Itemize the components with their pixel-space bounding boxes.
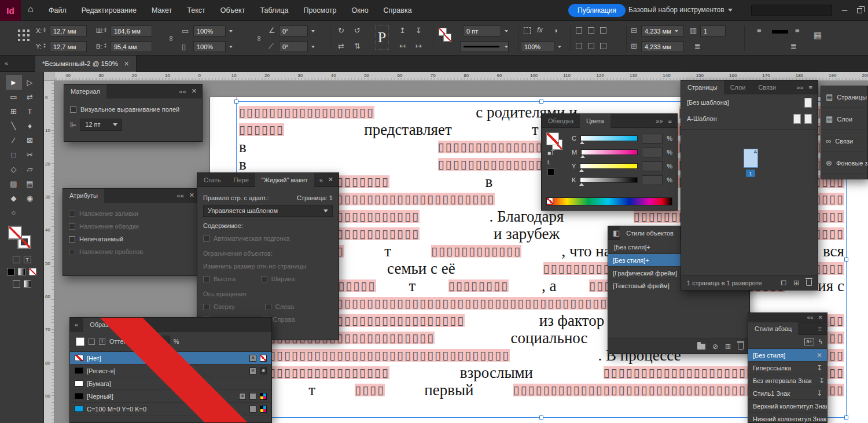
x-field[interactable] <box>50 25 87 36</box>
shear-dropdown-icon[interactable] <box>311 46 315 48</box>
hand-tool-icon[interactable]: ◉ <box>22 191 38 205</box>
dock-layers-button[interactable]: ▦Слои <box>821 108 867 130</box>
transparency-icon[interactable]: ◑ <box>553 27 558 34</box>
last-color-swatch[interactable] <box>547 168 554 175</box>
eyedropper-tool-icon[interactable]: ◆ <box>6 191 22 205</box>
page-1-thumbnail[interactable]: А <box>744 149 758 168</box>
apply-color-icon[interactable] <box>7 268 14 275</box>
collapse-panel-icon[interactable]: «« <box>177 192 184 199</box>
channel-slider[interactable] <box>580 177 638 183</box>
stroke-color-proxy[interactable] <box>443 34 451 42</box>
tab-pages[interactable]: Страницы <box>681 80 724 94</box>
tab-color[interactable]: Цвета <box>580 114 610 128</box>
align-bottom-icon[interactable] <box>600 43 606 49</box>
pencil-tool-icon[interactable]: ∕ <box>6 133 22 148</box>
wrap-none-icon[interactable] <box>576 27 582 34</box>
collapse-panel-icon[interactable]: «« <box>807 314 813 321</box>
formatting-text-icon[interactable]: ■T <box>547 150 554 156</box>
paragraph-style-row[interactable]: Стиль1 Знак↧ <box>748 387 827 400</box>
liquid-rule-dropdown[interactable]: Управляется шаблоном <box>203 205 333 217</box>
download-style-icon[interactable]: ↧ <box>819 377 825 385</box>
channel-slider[interactable] <box>581 149 638 155</box>
select-container-icon[interactable]: ↥ <box>399 27 406 34</box>
menu-item[interactable]: Просмотр <box>303 6 336 14</box>
master-none-label[interactable]: [Без шаблона] <box>687 99 729 106</box>
dock-background-tasks-button[interactable]: ⊛Фоновые задачи <box>821 152 867 174</box>
frame-handle[interactable] <box>539 100 543 104</box>
close-panel-icon[interactable]: ✕ <box>192 87 197 95</box>
preview-mode-icon[interactable] <box>24 280 31 288</box>
frame-handle[interactable] <box>844 415 848 420</box>
align-top-icon[interactable] <box>576 43 582 49</box>
collapse-panel-icon[interactable]: «« <box>179 88 186 95</box>
master-a-label[interactable]: А-Шаблон <box>687 115 717 122</box>
channel-value-field[interactable] <box>642 134 663 144</box>
line-tool-icon[interactable]: ╲ <box>6 119 22 133</box>
stroke-type-dropdown-icon[interactable] <box>505 46 508 48</box>
height-stepper[interactable]: ▲▼ <box>103 43 108 49</box>
constrain-dimensions-chain-icon[interactable]: ∞ <box>168 36 175 41</box>
apply-gradient-icon[interactable] <box>18 268 25 275</box>
channel-slider[interactable] <box>580 163 638 169</box>
selection-tool-icon[interactable]: ► <box>6 75 22 90</box>
scale-y-dropdown-icon[interactable] <box>229 46 233 48</box>
restore-window-icon[interactable] <box>857 8 862 13</box>
scale-y-field[interactable] <box>193 41 226 52</box>
menu-item[interactable]: Таблица <box>260 6 288 14</box>
shear-field[interactable] <box>279 41 308 52</box>
rotate-cw-icon[interactable]: ↻ <box>338 27 344 34</box>
pin-left-checkbox[interactable] <box>265 304 271 310</box>
align-center-icon[interactable] <box>588 43 594 49</box>
select-previous-icon[interactable]: ↤ <box>399 42 406 50</box>
attribute-checkbox[interactable] <box>69 236 75 242</box>
tab-story[interactable]: Материал <box>64 84 106 98</box>
numbered-list-icon[interactable]: ≡ <box>795 27 800 34</box>
frame-handle[interactable] <box>234 100 238 104</box>
paragraph-style-row[interactable]: Гиперссылка↧ <box>748 362 827 374</box>
expand-panel-icon[interactable]: »» <box>656 117 663 124</box>
delete-style-icon[interactable] <box>738 343 744 350</box>
select-content-icon[interactable]: ↧ <box>415 27 422 34</box>
rectangle-tool-icon[interactable]: □ <box>6 148 22 162</box>
quick-apply-icon[interactable]: ϟ <box>819 338 822 346</box>
vertical-ruler[interactable]: 0102030405060708090 <box>44 81 54 423</box>
width-checkbox[interactable] <box>261 276 267 282</box>
clear-overrides-icon[interactable]: ⊘ <box>712 343 718 351</box>
ruler-origin-box[interactable] <box>44 72 54 81</box>
y-stepper[interactable]: ▲▼ <box>42 43 47 49</box>
width-stepper[interactable]: ▲▼ <box>103 27 108 33</box>
close-panel-icon[interactable]: ✕ <box>189 192 194 199</box>
opacity-field[interactable] <box>521 41 554 52</box>
new-style-group-icon[interactable] <box>697 344 705 350</box>
text-color-icon[interactable]: t. <box>547 159 551 165</box>
tab-articles[interactable]: Стать <box>197 173 227 187</box>
gradient-feather-tool-icon[interactable]: ▨ <box>6 176 22 191</box>
new-style-shortcut-icon[interactable]: a+ <box>804 338 814 345</box>
dock-pages-button[interactable]: ▤Страницы <box>821 86 867 108</box>
tab-hyphenation[interactable]: Пере <box>227 173 255 187</box>
flip-vertical-icon[interactable]: ⇅ <box>354 42 361 50</box>
paragraph-style-row[interactable]: [Без стиля]✕ <box>748 349 827 362</box>
tab-links[interactable]: Связи <box>752 80 782 94</box>
channel-value-field[interactable] <box>642 148 663 157</box>
collapse-toolbar-icon[interactable]: « <box>5 60 8 67</box>
menu-item[interactable]: Окно <box>352 6 369 14</box>
stroke-weight-dropdown-icon[interactable] <box>505 30 508 32</box>
text-lines-icon[interactable]: ≣ <box>694 42 701 50</box>
select-next-icon[interactable]: ↦ <box>415 42 422 50</box>
frame-handle[interactable] <box>844 258 848 262</box>
panel-menu-icon[interactable]: ≡ <box>668 117 672 124</box>
fill-proxy[interactable] <box>76 337 84 346</box>
menu-item[interactable]: Справка <box>384 6 412 14</box>
close-panel-icon[interactable]: ✕ <box>818 314 823 321</box>
download-style-icon[interactable]: ↧ <box>816 364 822 372</box>
fill-swatch[interactable] <box>8 226 22 240</box>
download-style-icon[interactable]: ↧ <box>816 389 822 398</box>
paragraph-style-row[interactable]: Нижний колонтитул Знак↧ <box>748 413 827 423</box>
rotate-ccw-icon[interactable]: ↺ <box>354 27 361 34</box>
bullet-list-icon[interactable]: ≡ <box>757 27 762 34</box>
constrain-scale-chain-icon[interactable]: ∞ <box>256 36 263 41</box>
panel-menu-icon[interactable]: ≡ <box>809 84 812 91</box>
wrap-around-icon[interactable] <box>588 27 594 34</box>
edit-page-size-icon[interactable]: ⧠ <box>781 279 786 287</box>
